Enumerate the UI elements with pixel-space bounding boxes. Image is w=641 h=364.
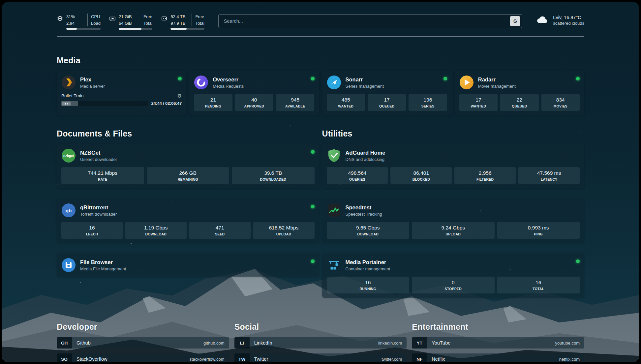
bookmark-group-social: Social LI LinkedIn linkedin.com TW Twitt… <box>234 322 407 362</box>
status-dot-online <box>576 77 580 80</box>
service-link-overseerr[interactable]: Overseerr Media Requests <box>194 75 314 90</box>
service-name: Radarr <box>478 76 516 83</box>
stat-total: 16 TOTAL <box>497 277 580 293</box>
section-title-social: Social <box>234 322 407 332</box>
dashboard-window: 31% 2.94 CPU Load <box>2 2 639 362</box>
bookmark-group-developer: Developer GH Github github.com SO StackO… <box>57 322 229 362</box>
service-desc: Series management <box>346 84 384 89</box>
bookmark-youtube[interactable]: YT YouTube youtube.com <box>412 337 584 349</box>
stat-upload: 9.24 Gbps UPLOAD <box>412 222 495 239</box>
status-dot-online <box>178 77 182 80</box>
disk-total-value: 97.9 TB <box>170 20 188 27</box>
service-card-adguard: AdGuard Home DNS and adblocking 498,564 … <box>322 144 585 188</box>
service-desc: Container management <box>346 266 390 271</box>
bookmark-name: LinkedIn <box>254 340 272 346</box>
portainer-crane-icon <box>327 258 341 272</box>
service-name: Media Portainer <box>346 259 390 265</box>
bookmark-linkedin[interactable]: LI LinkedIn linkedin.com <box>234 337 407 349</box>
service-link-plex[interactable]: Plex Media server <box>61 75 182 90</box>
cpu-label-top: CPU <box>91 14 101 20</box>
cpu-load-value: 2.94 <box>66 20 84 27</box>
disk-free-value: 52.4 TB <box>170 14 188 20</box>
bookmark-stackoverflow[interactable]: SO StackOverflow stackoverflow.com <box>57 353 229 362</box>
disk-label-bottom: Total <box>195 20 204 27</box>
service-name: Speedtest <box>346 204 382 211</box>
service-link-sonarr[interactable]: Sonarr Series management <box>327 75 447 90</box>
cpu-icon <box>57 14 63 30</box>
bookmark-url: twitter.com <box>382 357 402 362</box>
status-dot-online <box>311 150 315 154</box>
filebrowser-icon <box>61 258 76 272</box>
service-card-qbittorrent: qb qBittorrent Torrent downloader <box>57 199 319 243</box>
service-link-speedtest[interactable]: Speedtest Speedtest Tracking <box>327 203 580 218</box>
stat-leech: 16 LEECH <box>61 222 123 239</box>
service-link-portainer[interactable]: Media Portainer Container management <box>327 258 580 272</box>
pause-button[interactable] <box>62 102 71 106</box>
bookmark-abbr: NF <box>412 353 427 362</box>
section-title-utilities: Utilities <box>322 129 585 138</box>
weather-condition: scattered clouds <box>553 21 584 26</box>
stat-running: 16 RUNNING <box>327 277 410 293</box>
stat-upload: 618.52 Mbps UPLOAD <box>253 222 315 239</box>
now-playing-title: Bullet Train <box>61 93 84 98</box>
svg-text:nzbget: nzbget <box>63 154 74 158</box>
bookmark-github[interactable]: GH Github github.com <box>57 337 229 349</box>
sonarr-icon <box>327 75 341 90</box>
bookmark-url: netflix.com <box>559 357 580 362</box>
search-provider-button[interactable]: G <box>510 16 520 26</box>
service-link-adguard[interactable]: AdGuard Home DNS and adblocking <box>327 148 580 163</box>
service-name: AdGuard Home <box>346 150 385 156</box>
bookmark-name: Github <box>76 340 91 346</box>
stat-remaining: 266 GB REMAINING <box>147 167 229 184</box>
ram-total-value: 64 GiB <box>119 20 137 27</box>
cloud-icon <box>536 15 549 25</box>
weather-location: Lviv, 16.87°C <box>553 15 584 20</box>
bookmark-twitter[interactable]: TW Twitter twitter.com <box>234 353 407 362</box>
service-card-speedtest: Speedtest Speedtest Tracking 9.65 Gbps D… <box>322 199 585 243</box>
stat-rate: 744.21 Mbps RATE <box>61 167 144 184</box>
cpu-progress-bar <box>66 28 101 30</box>
stat-filtered: 2,956 FILTERED <box>454 167 516 184</box>
service-desc: Torrent downloader <box>80 212 117 217</box>
bookmark-name: StackOverflow <box>76 356 107 362</box>
service-link-nzbget[interactable]: nzbget NZBGet Usenet downloader <box>61 148 315 163</box>
service-link-qbittorrent[interactable]: qb qBittorrent Torrent downloader <box>61 203 315 218</box>
status-dot-online <box>443 77 447 80</box>
stat-approved: 40 APPROVED <box>235 94 273 111</box>
stat-latency: 47.569 ms LATENCY <box>518 167 580 184</box>
service-desc: Media server <box>80 84 105 89</box>
stat-download: 1.19 Gbps DOWNLOAD <box>125 222 187 239</box>
disk-widget: 52.4 TB 97.9 TB Free Total <box>161 14 204 30</box>
stat-downloaded: 39.6 TB DOWNLOADED <box>232 167 315 184</box>
bookmark-name: Netflix <box>432 356 445 362</box>
bookmark-group-entertainment: Entertainment YT YouTube youtube.com NF … <box>412 322 584 362</box>
qbittorrent-icon: qb <box>61 203 76 218</box>
service-link-radarr[interactable]: Radarr Movie management <box>459 75 580 90</box>
bookmark-netflix[interactable]: NF Netflix netflix.com <box>412 353 584 362</box>
cpu-widget: 31% 2.94 CPU Load <box>57 14 101 30</box>
service-link-filebrowser[interactable]: File Browser Media File Management <box>61 258 315 272</box>
stat-download: 9.65 Gbps DOWNLOAD <box>327 222 410 239</box>
radarr-icon <box>459 75 474 90</box>
bookmark-url: stackoverflow.com <box>189 357 224 362</box>
top-bar: 31% 2.94 CPU Load <box>57 14 584 30</box>
cpu-label-bottom: Load <box>91 20 101 27</box>
service-name: Sonarr <box>346 76 384 83</box>
service-card-nzbget: nzbget NZBGet Usenet downloader 74 <box>57 144 319 188</box>
service-desc: Usenet downloader <box>80 157 117 162</box>
service-name: File Browser <box>80 259 126 265</box>
section-media: Media Plex <box>57 56 584 115</box>
bookmark-abbr: SO <box>57 353 72 362</box>
status-dot-online <box>311 77 315 80</box>
search-input[interactable] <box>223 18 510 24</box>
stat-queued: 17 QUEUED <box>368 94 406 111</box>
playback-progress-bar[interactable] <box>61 101 148 106</box>
disk-icon <box>161 14 168 30</box>
bookmark-name: Twitter <box>254 356 268 362</box>
gear-icon[interactable]: ⚙ <box>177 93 182 98</box>
overseerr-icon <box>194 75 208 90</box>
stat-blocked: 86,401 BLOCKED <box>390 167 452 184</box>
status-dot-online <box>311 205 315 208</box>
stat-available: 945 AVAILABLE <box>276 94 314 111</box>
service-name: qBittorrent <box>80 204 117 211</box>
